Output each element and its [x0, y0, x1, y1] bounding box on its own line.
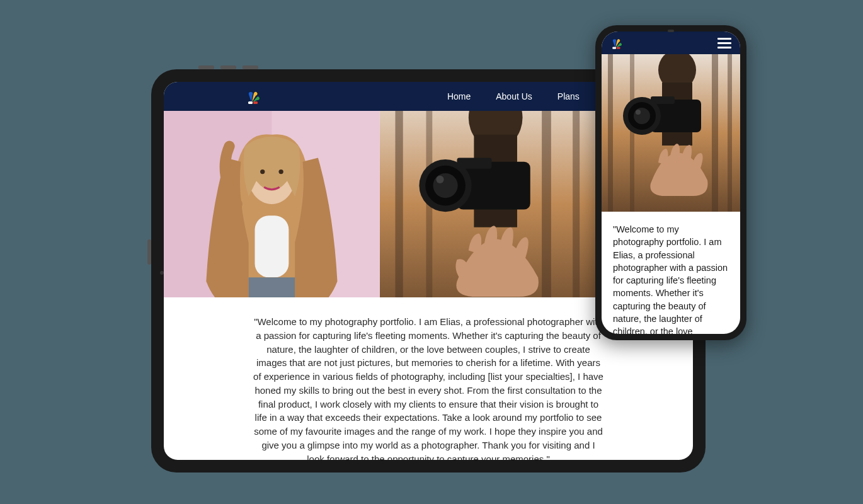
logo-icon — [610, 36, 622, 50]
svg-point-7 — [260, 169, 265, 174]
mobile-hero-image — [602, 54, 740, 212]
svg-point-41 — [634, 108, 650, 124]
nav-links: Home About Us Plans C — [447, 91, 611, 101]
svg-rect-0 — [248, 101, 253, 104]
mobile-navbar — [602, 32, 740, 54]
tablet-button — [220, 66, 236, 69]
tablet-side-button — [147, 239, 151, 265]
svg-point-21 — [436, 176, 443, 183]
svg-rect-29 — [617, 47, 620, 49]
nav-about[interactable]: About Us — [496, 91, 532, 101]
svg-point-42 — [636, 110, 641, 115]
svg-rect-1 — [253, 101, 258, 104]
phone-device: "Welcome to my photography portfolio. I … — [595, 25, 746, 340]
svg-point-8 — [278, 169, 283, 174]
svg-rect-6 — [249, 277, 295, 297]
tablet-button — [243, 66, 258, 69]
phone-camera — [668, 30, 674, 32]
svg-rect-10 — [395, 111, 403, 297]
nav-plans[interactable]: Plans — [557, 91, 580, 101]
nav-home[interactable]: Home — [447, 91, 471, 101]
svg-rect-12 — [542, 111, 551, 297]
svg-rect-31 — [608, 54, 613, 212]
hamburger-menu-icon[interactable] — [717, 38, 731, 49]
svg-rect-28 — [612, 47, 616, 49]
mobile-welcome-paragraph: "Welcome to my photography portfolio. I … — [602, 212, 740, 334]
logo-icon — [246, 88, 260, 105]
mobile-site-logo[interactable] — [610, 36, 622, 50]
tablet-top-buttons — [198, 66, 258, 69]
phone-screen: "Welcome to my photography portfolio. I … — [602, 32, 740, 334]
hero-image-woman — [164, 111, 380, 297]
svg-rect-13 — [573, 111, 580, 297]
svg-point-20 — [433, 173, 457, 198]
svg-rect-33 — [712, 54, 718, 212]
hero-image-camera — [380, 111, 596, 297]
site-logo[interactable] — [246, 88, 260, 105]
tablet-button — [198, 66, 214, 69]
svg-rect-34 — [728, 54, 732, 212]
svg-rect-5 — [254, 215, 289, 277]
